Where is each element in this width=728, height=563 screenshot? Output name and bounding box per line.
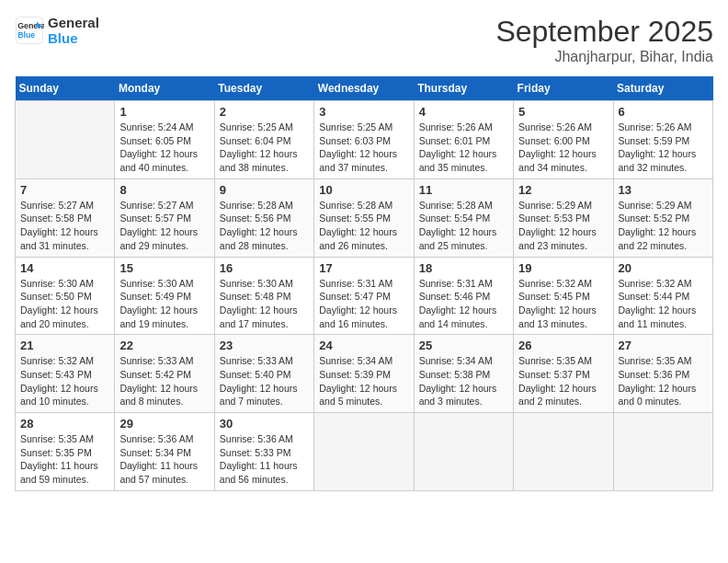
calendar-table: SundayMondayTuesdayWednesdayThursdayFrid… (15, 76, 713, 491)
title-block: September 2025 Jhanjharpur, Bihar, India (495, 15, 713, 65)
day-number: 23 (220, 339, 309, 352)
calendar-cell: 12Sunrise: 5:29 AMSunset: 5:53 PMDayligh… (514, 178, 613, 257)
col-header-tuesday: Tuesday (214, 76, 313, 101)
calendar-cell: 3Sunrise: 5:25 AMSunset: 6:03 PMDaylight… (314, 101, 414, 179)
calendar-cell: 21Sunrise: 5:32 AMSunset: 5:43 PMDayligh… (16, 335, 115, 413)
logo-text: GeneralBlue (48, 15, 99, 46)
day-info: Sunrise: 5:33 AMSunset: 5:40 PMDaylight:… (220, 354, 309, 408)
day-number: 25 (419, 339, 508, 352)
day-number: 11 (419, 183, 508, 197)
day-info: Sunrise: 5:34 AMSunset: 5:38 PMDaylight:… (419, 354, 508, 408)
day-info: Sunrise: 5:26 AMSunset: 6:01 PMDaylight:… (419, 121, 508, 175)
calendar-cell: 6Sunrise: 5:26 AMSunset: 5:59 PMDaylight… (613, 101, 712, 179)
day-number: 13 (619, 183, 708, 197)
calendar-cell: 9Sunrise: 5:28 AMSunset: 5:56 PMDaylight… (214, 178, 313, 257)
day-number: 3 (319, 105, 408, 119)
day-info: Sunrise: 5:35 AMSunset: 5:35 PMDaylight:… (20, 432, 109, 487)
day-number: 16 (220, 261, 309, 275)
day-number: 15 (119, 261, 209, 275)
calendar-cell: 11Sunrise: 5:28 AMSunset: 5:54 PMDayligh… (414, 178, 513, 257)
day-info: Sunrise: 5:25 AMSunset: 6:03 PMDaylight:… (319, 121, 408, 175)
calendar-cell: 13Sunrise: 5:29 AMSunset: 5:52 PMDayligh… (613, 178, 712, 257)
logo: General Blue GeneralBlue (15, 15, 99, 46)
day-number: 29 (119, 417, 209, 431)
calendar-cell: 4Sunrise: 5:26 AMSunset: 6:01 PMDaylight… (414, 101, 513, 179)
calendar-cell: 8Sunrise: 5:27 AMSunset: 5:57 PMDaylight… (115, 178, 214, 257)
col-header-monday: Monday (115, 76, 214, 101)
calendar-cell: 26Sunrise: 5:35 AMSunset: 5:37 PMDayligh… (514, 335, 613, 413)
day-info: Sunrise: 5:35 AMSunset: 5:36 PMDaylight:… (619, 354, 708, 408)
calendar-cell: 2Sunrise: 5:25 AMSunset: 6:04 PMDaylight… (214, 101, 313, 179)
day-info: Sunrise: 5:32 AMSunset: 5:45 PMDaylight:… (518, 277, 608, 331)
calendar-cell: 17Sunrise: 5:31 AMSunset: 5:47 PMDayligh… (314, 257, 414, 335)
calendar-cell (514, 413, 613, 491)
page-header: General Blue GeneralBlue September 2025 … (15, 15, 713, 65)
day-number: 14 (20, 261, 109, 275)
day-number: 9 (220, 183, 309, 197)
month-title: September 2025 (495, 15, 713, 49)
day-number: 2 (220, 105, 309, 119)
day-number: 18 (419, 261, 508, 275)
calendar-cell: 23Sunrise: 5:33 AMSunset: 5:40 PMDayligh… (214, 335, 313, 413)
day-info: Sunrise: 5:34 AMSunset: 5:39 PMDaylight:… (319, 354, 408, 408)
day-number: 24 (319, 339, 408, 352)
day-number: 20 (619, 261, 708, 275)
day-info: Sunrise: 5:30 AMSunset: 5:49 PMDaylight:… (119, 277, 209, 331)
day-number: 6 (619, 105, 708, 119)
calendar-cell (16, 101, 115, 179)
day-info: Sunrise: 5:35 AMSunset: 5:37 PMDaylight:… (518, 354, 608, 408)
day-info: Sunrise: 5:36 AMSunset: 5:33 PMDaylight:… (220, 432, 309, 487)
day-number: 8 (119, 183, 209, 197)
day-info: Sunrise: 5:29 AMSunset: 5:52 PMDaylight:… (619, 199, 708, 253)
calendar-cell: 27Sunrise: 5:35 AMSunset: 5:36 PMDayligh… (613, 335, 712, 413)
week-row-1: 1Sunrise: 5:24 AMSunset: 6:05 PMDaylight… (16, 101, 713, 179)
col-header-saturday: Saturday (613, 76, 712, 101)
day-info: Sunrise: 5:36 AMSunset: 5:34 PMDaylight:… (119, 432, 209, 487)
day-info: Sunrise: 5:27 AMSunset: 5:57 PMDaylight:… (119, 199, 209, 253)
col-header-sunday: Sunday (16, 76, 115, 101)
day-number: 5 (518, 105, 608, 119)
calendar-cell: 14Sunrise: 5:30 AMSunset: 5:50 PMDayligh… (16, 257, 115, 335)
calendar-cell: 7Sunrise: 5:27 AMSunset: 5:58 PMDaylight… (16, 178, 115, 257)
day-info: Sunrise: 5:31 AMSunset: 5:46 PMDaylight:… (419, 277, 508, 331)
calendar-cell: 15Sunrise: 5:30 AMSunset: 5:49 PMDayligh… (115, 257, 214, 335)
header-row: SundayMondayTuesdayWednesdayThursdayFrid… (16, 76, 713, 101)
calendar-cell: 24Sunrise: 5:34 AMSunset: 5:39 PMDayligh… (314, 335, 414, 413)
calendar-cell: 20Sunrise: 5:32 AMSunset: 5:44 PMDayligh… (613, 257, 712, 335)
day-number: 27 (619, 339, 708, 352)
col-header-wednesday: Wednesday (314, 76, 414, 101)
day-info: Sunrise: 5:26 AMSunset: 6:00 PMDaylight:… (518, 121, 608, 175)
calendar-cell: 25Sunrise: 5:34 AMSunset: 5:38 PMDayligh… (414, 335, 513, 413)
day-number: 19 (518, 261, 608, 275)
svg-text:Blue: Blue (17, 30, 35, 40)
week-row-4: 21Sunrise: 5:32 AMSunset: 5:43 PMDayligh… (16, 335, 713, 413)
day-number: 7 (20, 183, 109, 197)
day-info: Sunrise: 5:29 AMSunset: 5:53 PMDaylight:… (518, 199, 608, 253)
day-number: 10 (319, 183, 408, 197)
calendar-cell: 1Sunrise: 5:24 AMSunset: 6:05 PMDaylight… (115, 101, 214, 179)
week-row-2: 7Sunrise: 5:27 AMSunset: 5:58 PMDaylight… (16, 178, 713, 257)
day-number: 28 (20, 417, 109, 431)
calendar-cell: 10Sunrise: 5:28 AMSunset: 5:55 PMDayligh… (314, 178, 414, 257)
day-number: 12 (518, 183, 608, 197)
day-info: Sunrise: 5:28 AMSunset: 5:55 PMDaylight:… (319, 199, 408, 253)
day-number: 21 (20, 339, 109, 352)
col-header-thursday: Thursday (414, 76, 513, 101)
calendar-cell (314, 413, 414, 491)
day-info: Sunrise: 5:32 AMSunset: 5:43 PMDaylight:… (20, 354, 109, 408)
logo-icon: General Blue (15, 16, 44, 45)
day-number: 4 (419, 105, 508, 119)
day-info: Sunrise: 5:25 AMSunset: 6:04 PMDaylight:… (220, 121, 309, 175)
calendar-cell (613, 413, 712, 491)
day-number: 17 (319, 261, 408, 275)
calendar-cell: 28Sunrise: 5:35 AMSunset: 5:35 PMDayligh… (16, 413, 115, 491)
day-info: Sunrise: 5:28 AMSunset: 5:56 PMDaylight:… (220, 199, 309, 253)
day-info: Sunrise: 5:30 AMSunset: 5:50 PMDaylight:… (20, 277, 109, 331)
day-number: 26 (518, 339, 608, 352)
calendar-cell: 16Sunrise: 5:30 AMSunset: 5:48 PMDayligh… (214, 257, 313, 335)
day-info: Sunrise: 5:31 AMSunset: 5:47 PMDaylight:… (319, 277, 408, 331)
calendar-cell: 18Sunrise: 5:31 AMSunset: 5:46 PMDayligh… (414, 257, 513, 335)
calendar-cell: 22Sunrise: 5:33 AMSunset: 5:42 PMDayligh… (115, 335, 214, 413)
week-row-5: 28Sunrise: 5:35 AMSunset: 5:35 PMDayligh… (16, 413, 713, 491)
day-info: Sunrise: 5:30 AMSunset: 5:48 PMDaylight:… (220, 277, 309, 331)
